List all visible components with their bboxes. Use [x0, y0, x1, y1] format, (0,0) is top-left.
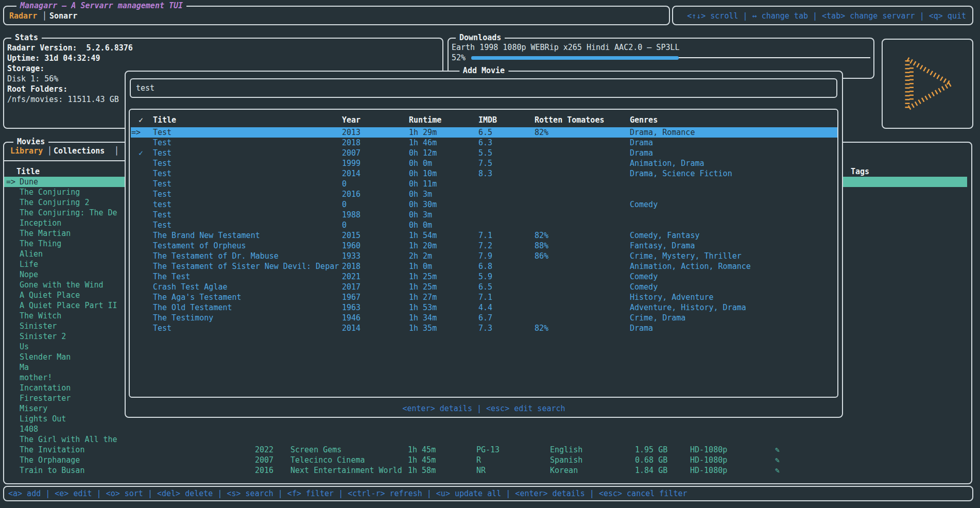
search-result-row[interactable]: test00h 30mComedy — [130, 199, 837, 210]
selection-marker: => — [131, 127, 141, 138]
cell-rating: R — [476, 455, 481, 465]
cell-genres: History, Adventure — [630, 292, 714, 302]
library-row[interactable]: The Girl with All the — [4, 434, 971, 445]
library-movie-title: Firestarter — [20, 393, 71, 403]
cell-runtime: 1h 0m — [409, 261, 432, 272]
search-result-row[interactable]: Testament of Orpheus19601h 20m7.288%Fant… — [130, 241, 837, 251]
tab-library[interactable]: Library — [10, 146, 43, 156]
cell-title: Test — [153, 210, 171, 220]
cell-imdb: 4.4 — [478, 302, 492, 313]
movie-search-input[interactable]: test — [136, 83, 154, 93]
library-movie-title: The Conjuring — [20, 187, 80, 197]
search-result-row[interactable]: The Brand New Testament20151h 54m7.182%C… — [130, 230, 837, 241]
search-result-row[interactable]: Test20181h 46m6.3Drama — [130, 138, 837, 148]
library-column-title: Title — [16, 166, 40, 177]
download-progress-row: 52% — [449, 53, 873, 63]
cell-year: 1963 — [342, 302, 360, 313]
cell-year: 2021 — [342, 272, 360, 282]
cell-genres: Drama, Romance — [630, 127, 695, 138]
library-row[interactable]: 1408 — [4, 424, 971, 434]
library-movie-title: Inception — [20, 218, 61, 228]
search-result-row[interactable]: The Aga's Testament19671h 27m7.1History,… — [130, 292, 837, 302]
search-result-row[interactable]: Test19990h 0m7.5Animation, Drama — [130, 158, 837, 168]
edit-pencil-icon[interactable]: ✎ — [775, 465, 780, 476]
stats-text: Uptime: 31d 04:32:49 — [7, 53, 100, 63]
search-result-row[interactable]: =>Test20131h 29m6.582%Drama, Romance — [130, 127, 837, 138]
movies-panel-title: Movies — [13, 137, 48, 147]
cell-runtime: 1h 45m — [408, 455, 436, 465]
cell-runtime: 1h 25m — [409, 272, 437, 282]
cell-runtime: 0h 12m — [409, 148, 437, 158]
cell-genres: Drama — [630, 138, 653, 148]
cell-year: 2015 — [342, 230, 360, 241]
search-result-row[interactable]: Test20160h 3m — [130, 189, 837, 199]
cell-rotten-tomatoes: 86% — [535, 251, 548, 261]
stats-row: Radarr Version: 5.2.6.8376 — [4, 43, 442, 53]
cell-quality: HD-1080p — [690, 445, 727, 455]
search-result-row[interactable]: The Old Testament19631h 53m4.4Adventure,… — [130, 302, 837, 313]
stats-row: Uptime: 31d 04:32:49 — [4, 53, 442, 63]
cell-studio: Screen Gems — [290, 445, 341, 455]
cell-year: 2017 — [342, 282, 360, 292]
cell-year: 0 — [342, 199, 347, 210]
library-movie-title: Ma — [20, 362, 29, 372]
global-keybindings-box: <↑↓> scroll | ↔ change tab | <tab> chang… — [672, 6, 973, 25]
search-result-row[interactable]: The Testament of Sister New Devil: Depar… — [130, 261, 837, 272]
cell-year: 2014 — [342, 323, 360, 333]
library-movie-title: Slender Man — [20, 352, 71, 362]
library-movie-title: The Thing — [20, 239, 61, 249]
search-result-row[interactable]: The Testimony19461h 34m6.7Crime, Drama — [130, 313, 837, 323]
edit-pencil-icon[interactable]: ✎ — [775, 445, 780, 455]
library-movie-title: The Witch — [20, 311, 61, 321]
search-result-row[interactable]: The Testament of Dr. Mabuse19332h 2m7.98… — [130, 251, 837, 261]
downloads-panel-title: Downloads — [456, 32, 505, 43]
cell-size: 0.68 GB — [635, 455, 667, 465]
library-movie-title: Gone with the Wind — [20, 280, 104, 290]
search-result-row[interactable]: Test19880h 3m — [130, 210, 837, 220]
library-movie-title: The Conjuring 2 — [20, 197, 89, 208]
cell-genres: Drama — [630, 148, 653, 158]
cell-rating: PG-13 — [476, 445, 500, 455]
cell-year: 1967 — [342, 292, 360, 302]
library-row[interactable]: The Orphanage2007Telecinco Cinema1h 45mR… — [4, 455, 971, 465]
cell-runtime: 0h 3m — [409, 189, 432, 199]
search-result-row[interactable]: Test00h 11m — [130, 179, 837, 189]
col-runtime: Runtime — [409, 115, 441, 125]
cell-year: 2018 — [342, 138, 360, 148]
tab-radarr[interactable]: Radarr — [9, 11, 37, 21]
cell-genres: Crime, Mystery, Thriller — [630, 251, 742, 261]
search-result-row[interactable]: Test20141h 35m7.382%Drama — [130, 323, 837, 333]
cell-rotten-tomatoes: 82% — [535, 127, 548, 138]
cell-imdb: 6.8 — [478, 261, 492, 272]
cell-runtime: 0h 11m — [409, 179, 437, 189]
stats-text: Disk 1: 56% — [7, 74, 58, 84]
tab-sonarr[interactable]: Sonarr — [49, 11, 77, 21]
library-movie-title: Misery — [20, 403, 47, 414]
top-tab-bar: Managarr — A Servarr management TUI Rada… — [3, 6, 670, 25]
cell-title: The Testament of Dr. Mabuse — [153, 251, 279, 261]
search-result-row[interactable]: Crash Test Aglae20171h 25m6.5Comedy — [130, 282, 837, 292]
search-result-row[interactable]: The Test20211h 25m5.9Comedy — [130, 272, 837, 282]
stats-panel-title: Stats — [11, 32, 42, 43]
library-row[interactable]: The Invitation2022Screen Gems1h 45mPG-13… — [4, 445, 971, 455]
cell-title: Test — [153, 323, 171, 333]
cell-title: The Testimony — [153, 313, 213, 323]
search-result-row[interactable]: Test20140h 10m8.3Drama, Science Fiction — [130, 168, 837, 179]
search-result-row[interactable]: ✓Test20070h 12m5.5Drama — [130, 148, 837, 158]
library-movie-title: The Invitation — [20, 445, 84, 455]
cell-rotten-tomatoes: 82% — [535, 323, 548, 333]
cell-imdb: 6.5 — [478, 127, 492, 138]
library-movie-title: The Conjuring: The De — [20, 208, 117, 218]
stats-text: /nfs/movies: 11511.43 GB — [7, 94, 119, 105]
tab-collections[interactable]: Collections — [54, 146, 105, 156]
search-result-row[interactable]: Test00h 0m — [130, 220, 837, 230]
cell-title: test — [153, 199, 171, 210]
cell-genres: Drama, Science Fiction — [630, 168, 732, 179]
library-movie-title: Sinister 2 — [20, 331, 66, 342]
cell-runtime: 1h 35m — [409, 323, 437, 333]
edit-pencil-icon[interactable]: ✎ — [775, 455, 780, 465]
cell-genres: Comedy — [630, 272, 658, 282]
library-row[interactable]: Train to Busan2016Next Entertainment Wor… — [4, 465, 971, 476]
cell-runtime: 1h 46m — [409, 138, 437, 148]
cell-runtime: 1h 54m — [409, 230, 437, 241]
